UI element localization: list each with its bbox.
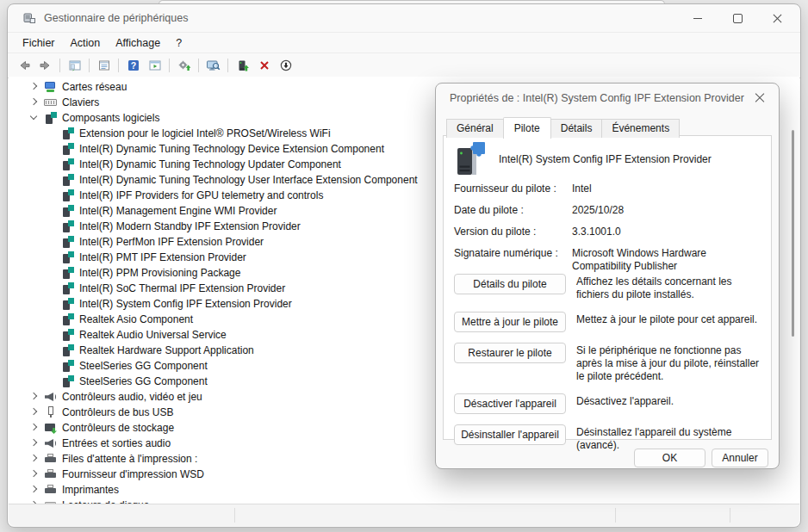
tree-item-label: Intel(R) Dynamic Tuning Technology Updat… <box>79 158 341 170</box>
expand-chevron-icon[interactable] <box>43 312 59 327</box>
driver-action-row: Désinstaller l'appareil Désinstallez l'a… <box>454 424 762 452</box>
driver-field: Fournisseur du pilote : Intel <box>454 182 762 195</box>
vertical-scrollbar-thumb[interactable] <box>792 130 794 337</box>
menu-item[interactable]: Action <box>63 34 109 52</box>
title-bar[interactable]: Gestionnaire de périphériques <box>8 4 800 33</box>
expand-chevron-icon[interactable] <box>43 281 59 296</box>
driver-action-button[interactable]: Mettre à jour le pilote <box>454 312 566 332</box>
expand-chevron-icon[interactable] <box>26 436 41 451</box>
driver-action-description: Mettez à jour le pilote pour cet apparei… <box>576 312 757 332</box>
properties-button[interactable] <box>93 55 115 76</box>
expand-chevron-icon[interactable] <box>26 451 41 467</box>
driver-action-row: Désactiver l'appareil Désactivez l'appar… <box>454 393 762 414</box>
expand-chevron-icon[interactable] <box>43 234 59 250</box>
maximize-button[interactable] <box>718 4 757 32</box>
device-type-icon <box>61 359 75 373</box>
driver-action-button[interactable]: Désactiver l'appareil <box>454 393 566 414</box>
device-type-icon <box>61 328 75 342</box>
menu-item[interactable]: Fichier <box>15 34 63 52</box>
expand-chevron-icon[interactable] <box>26 79 41 95</box>
update-driver-button[interactable] <box>232 55 253 76</box>
device-type-icon <box>44 421 58 435</box>
device-type-icon <box>44 111 58 125</box>
field-label: Version du pilote : <box>454 226 572 238</box>
tree-item-label: Intel(R) IPF Providers for GPU telemetry… <box>79 189 323 201</box>
device-type-icon <box>44 483 58 497</box>
expand-chevron-icon[interactable] <box>43 327 59 343</box>
properties-icon <box>97 59 111 72</box>
show-console-tree-button[interactable] <box>64 55 85 76</box>
device-type-icon <box>61 142 75 156</box>
tab[interactable]: Général <box>446 119 504 138</box>
back-icon <box>17 59 31 72</box>
device-type-icon <box>61 189 75 202</box>
minimize-button[interactable] <box>678 4 718 32</box>
driver-action-button[interactable]: Détails du pilote <box>454 274 566 294</box>
expand-chevron-icon[interactable] <box>43 374 59 389</box>
tree-item-label: Fournisseur d'impression WSD <box>62 468 204 480</box>
expand-chevron-icon[interactable] <box>43 250 59 265</box>
tab[interactable]: Détails <box>550 119 603 138</box>
expand-chevron-icon[interactable] <box>43 188 59 203</box>
expand-chevron-icon[interactable] <box>43 141 59 157</box>
device-type-icon <box>61 127 75 140</box>
expand-chevron-icon[interactable] <box>43 296 59 312</box>
scan-hardware-changes-button[interactable] <box>173 55 195 76</box>
expand-chevron-icon[interactable] <box>43 265 59 281</box>
expand-chevron-icon[interactable] <box>43 219 59 234</box>
back-button[interactable] <box>13 55 34 76</box>
tree-item-label: Intel(R) Management Engine WMI Provider <box>79 205 277 217</box>
toolbar-separator <box>118 59 119 72</box>
search-computer-button[interactable] <box>202 55 224 76</box>
device-type-icon <box>44 436 58 450</box>
device-type-icon <box>61 235 75 249</box>
tree-item-label: Extension pour le logiciel Intel® PROSet… <box>79 127 331 139</box>
expand-chevron-icon[interactable] <box>26 95 41 110</box>
tab[interactable]: Événements <box>601 119 680 138</box>
device-type-icon <box>61 251 75 264</box>
scan-hardware-changes-icon <box>177 59 191 72</box>
expand-chevron-icon[interactable] <box>26 482 41 498</box>
status-bar-divider <box>730 508 730 523</box>
action-pane-button[interactable] <box>144 55 165 76</box>
driver-action-description: Désinstallez l'appareil du système (avan… <box>576 424 762 452</box>
device-type-icon <box>61 266 75 280</box>
expand-chevron-icon[interactable] <box>43 172 59 188</box>
update-driver-icon <box>236 59 250 72</box>
toolbar-separator <box>89 59 90 72</box>
svg-text:?: ? <box>130 60 135 71</box>
driver-action-description: Affichez les détails concernant les fich… <box>576 274 762 301</box>
expand-chevron-icon[interactable] <box>26 467 41 482</box>
help-button[interactable]: ? <box>122 55 144 76</box>
device-type-icon <box>61 297 75 311</box>
menu-item[interactable]: Affichage <box>108 34 168 52</box>
close-button[interactable] <box>757 4 797 32</box>
device-type-icon <box>44 452 58 466</box>
tab[interactable]: Pilote <box>503 117 551 139</box>
driver-action-button[interactable]: Désinstaller l'appareil <box>454 424 566 445</box>
expand-chevron-icon[interactable] <box>43 343 59 358</box>
disable-device-button[interactable] <box>275 55 296 76</box>
expand-chevron-icon[interactable] <box>26 110 41 126</box>
field-label: Signataire numérique : <box>454 247 572 273</box>
expand-chevron-icon[interactable] <box>26 420 41 436</box>
tree-item-label: Entrées et sorties audio <box>62 437 171 449</box>
expand-chevron-icon[interactable] <box>43 126 59 141</box>
toolbar-separator <box>227 59 228 72</box>
menu-item[interactable]: ? <box>168 34 190 52</box>
expand-chevron-icon[interactable] <box>43 358 59 374</box>
driver-action-description: Désactivez l'appareil. <box>576 393 674 414</box>
tree-item-label: Realtek Audio Universal Service <box>79 329 227 341</box>
dialog-close-button[interactable] <box>754 92 766 104</box>
forward-button[interactable] <box>34 55 56 76</box>
status-bar <box>9 504 799 526</box>
tree-row[interactable]: Imprimantes <box>9 482 799 498</box>
forward-icon <box>39 59 53 72</box>
uninstall-device-button[interactable] <box>253 55 275 76</box>
expand-chevron-icon[interactable] <box>43 203 59 219</box>
expand-chevron-icon[interactable] <box>43 157 59 172</box>
device-icon <box>452 140 487 178</box>
driver-action-button[interactable]: Restaurer le pilote <box>454 343 566 363</box>
expand-chevron-icon[interactable] <box>26 389 41 405</box>
expand-chevron-icon[interactable] <box>26 405 41 420</box>
